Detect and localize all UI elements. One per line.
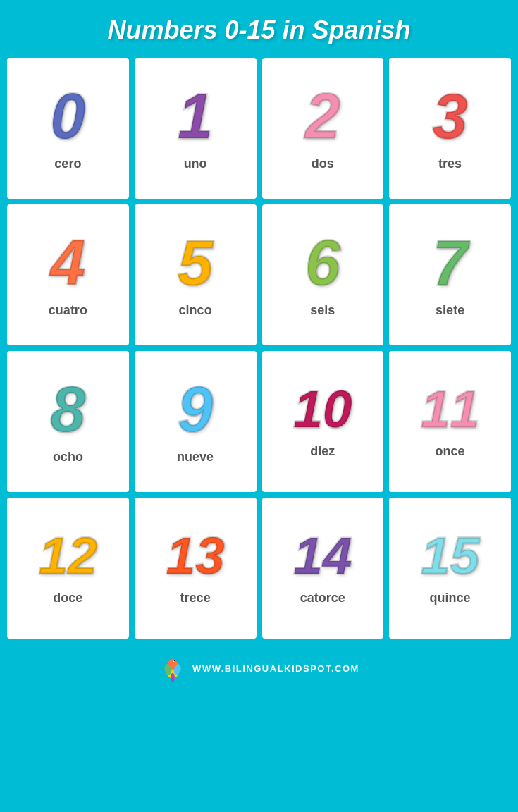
number-word: ocho — [53, 450, 83, 465]
number-card: 7siete — [389, 204, 511, 345]
number-word: dos — [312, 156, 334, 171]
number-card: 4cuatro — [7, 204, 129, 345]
page-title: Numbers 0-15 in Spanish — [100, 0, 417, 58]
number-card: 12doce — [7, 498, 129, 639]
number-digit: 11 — [421, 383, 479, 436]
number-digit: 15 — [421, 529, 479, 582]
number-card: 8ocho — [7, 351, 129, 492]
number-word: seis — [310, 303, 335, 318]
number-digit: 3 — [433, 85, 468, 148]
logo — [159, 654, 187, 682]
number-card: 10diez — [262, 351, 384, 492]
number-word: trece — [180, 591, 211, 605]
number-word: quince — [430, 591, 471, 605]
number-digit: 6 — [305, 231, 340, 295]
number-digit: 13 — [166, 529, 224, 582]
number-digit: 1 — [178, 85, 213, 148]
number-card: 5cinco — [135, 204, 257, 345]
number-card: 9nueve — [135, 351, 257, 492]
svg-point-4 — [174, 660, 175, 662]
number-card: 0cero — [7, 58, 129, 199]
number-card: 3tres — [389, 58, 511, 199]
number-word: cuatro — [49, 303, 87, 318]
number-card: 14catorce — [262, 498, 384, 639]
number-card: 2dos — [262, 58, 384, 199]
footer: WWW.BILINGUALKIDSPOT.COM — [0, 644, 518, 691]
number-digit: 12 — [39, 529, 97, 582]
number-digit: 7 — [433, 231, 468, 295]
number-word: doce — [53, 591, 82, 605]
number-digit: 0 — [50, 85, 85, 148]
number-word: catorce — [300, 591, 345, 605]
number-card: 15quince — [389, 498, 511, 639]
number-word: diez — [310, 444, 335, 459]
number-digit: 8 — [50, 378, 85, 441]
number-digit: 10 — [293, 383, 352, 436]
number-digit: 2 — [305, 85, 340, 148]
number-word: tres — [438, 156, 462, 171]
number-digit: 9 — [178, 378, 213, 441]
number-word: nueve — [177, 450, 214, 465]
number-word: siete — [436, 303, 464, 318]
number-grid: 0cero1uno2dos3tres4cuatro5cinco6seis7sie… — [0, 58, 518, 639]
number-word: uno — [184, 156, 207, 171]
number-card: 1uno — [135, 58, 257, 199]
number-word: cero — [54, 156, 81, 171]
number-digit: 4 — [50, 231, 85, 295]
footer-url: WWW.BILINGUALKIDSPOT.COM — [192, 663, 359, 674]
number-digit: 5 — [178, 231, 213, 295]
number-card: 11once — [389, 351, 511, 492]
number-card: 6seis — [262, 204, 384, 345]
number-word: cinco — [179, 303, 212, 318]
number-digit: 14 — [293, 529, 352, 582]
number-card: 13trece — [135, 498, 257, 639]
number-word: once — [436, 444, 465, 459]
